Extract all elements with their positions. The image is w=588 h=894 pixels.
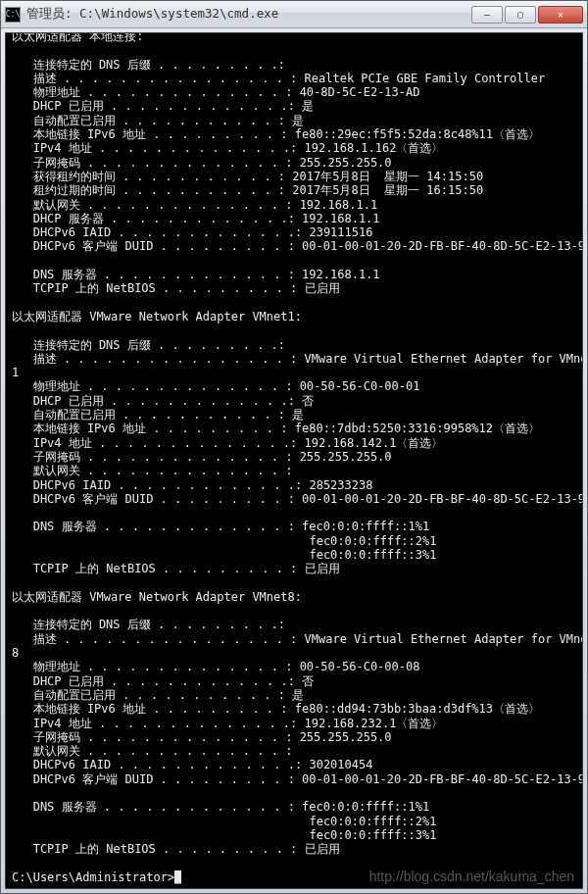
close-icon: ✕ [558,9,564,20]
minimize-button[interactable]: — [471,6,503,24]
titlebar[interactable]: C:\ 管理员: C:\Windows\system32\cmd.exe — ▢… [1,1,587,28]
maximize-icon: ▢ [517,9,523,20]
window-title: 管理员: C:\Windows\system32\cmd.exe [26,6,469,23]
close-button[interactable]: ✕ [538,6,583,24]
terminal-output[interactable]: 以太网适配器 本地连接: 连接特定的 DNS 后缀 . . . . . . . … [6,33,582,888]
cmd-window: C:\ 管理员: C:\Windows\system32\cmd.exe — ▢… [0,0,588,894]
maximize-button[interactable]: ▢ [505,6,536,24]
window-buttons: — ▢ ✕ [469,6,583,24]
cursor: _ [174,870,181,884]
app-icon: C:\ [5,7,21,23]
minimize-icon: — [484,9,490,20]
terminal-area: 以太网适配器 本地连接: 连接特定的 DNS 后缀 . . . . . . . … [5,32,583,889]
app-icon-glyph: C:\ [6,10,20,19]
